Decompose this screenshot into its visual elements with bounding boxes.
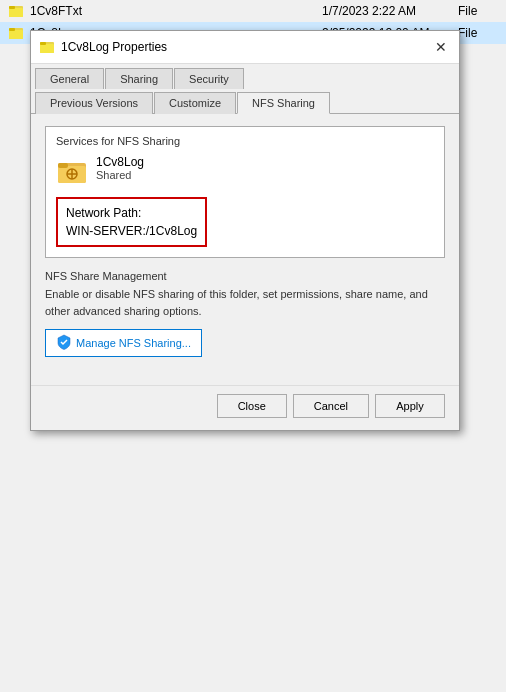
svg-rect-11 [58, 163, 68, 168]
close-icon[interactable]: ✕ [431, 37, 451, 57]
management-description: Enable or disable NFS sharing of this fo… [45, 286, 445, 319]
tabs-row-2: Previous Versions Customize NFS Sharing [31, 88, 459, 114]
folder-info: 1Cv8Log Shared [96, 155, 144, 181]
folder-status: Shared [96, 169, 144, 181]
folder-name: 1Cv8Log [96, 155, 144, 169]
network-path-label: Network Path: [66, 204, 197, 222]
dialog-content: Services for NFS Sharing [31, 114, 459, 381]
properties-dialog: 1Cv8Log Properties ✕ General Sharing Sec… [30, 30, 460, 431]
folder-item: 1Cv8Log Shared [56, 155, 434, 187]
svg-rect-5 [9, 28, 15, 31]
file-row[interactable]: 1Cv8FTxt 1/7/2023 2:22 AM File [0, 0, 506, 22]
svg-rect-7 [40, 44, 54, 53]
dialog-footer: Close Cancel Apply [31, 385, 459, 430]
svg-rect-4 [9, 30, 23, 39]
file-type: File [458, 4, 498, 18]
dialog-title: 1Cv8Log Properties [61, 40, 425, 54]
file-name: 1Cv8FTxt [30, 4, 316, 18]
svg-rect-1 [9, 8, 23, 17]
folder-icon-large [56, 155, 88, 187]
svg-rect-8 [40, 42, 46, 45]
tab-previous-versions[interactable]: Previous Versions [35, 92, 153, 114]
shield-icon [56, 334, 72, 352]
tab-nfs-sharing[interactable]: NFS Sharing [237, 92, 330, 114]
apply-button[interactable]: Apply [375, 394, 445, 418]
services-section-label: Services for NFS Sharing [56, 135, 434, 147]
manage-nfs-label: Manage NFS Sharing... [76, 337, 191, 349]
file-type-selected: File [458, 26, 498, 40]
file-date: 1/7/2023 2:22 AM [322, 4, 452, 18]
tabs-row-1: General Sharing Security [31, 64, 459, 89]
management-section: NFS Share Management Enable or disable N… [45, 270, 445, 357]
services-section: Services for NFS Sharing [45, 126, 445, 258]
tab-security[interactable]: Security [174, 68, 244, 89]
tab-general[interactable]: General [35, 68, 104, 89]
manage-nfs-sharing-button[interactable]: Manage NFS Sharing... [45, 329, 202, 357]
network-path-box: Network Path: WIN-SERVER:/1Cv8Log [56, 197, 207, 247]
tab-customize[interactable]: Customize [154, 92, 236, 114]
close-button[interactable]: Close [217, 394, 287, 418]
tab-sharing[interactable]: Sharing [105, 68, 173, 89]
dialog-icon [39, 39, 55, 55]
file-icon-selected [8, 25, 24, 41]
svg-rect-2 [9, 6, 15, 9]
dialog-title-bar: 1Cv8Log Properties ✕ [31, 31, 459, 64]
management-title: NFS Share Management [45, 270, 445, 282]
file-icon [8, 3, 24, 19]
network-path-value: WIN-SERVER:/1Cv8Log [66, 222, 197, 240]
cancel-button[interactable]: Cancel [293, 394, 369, 418]
